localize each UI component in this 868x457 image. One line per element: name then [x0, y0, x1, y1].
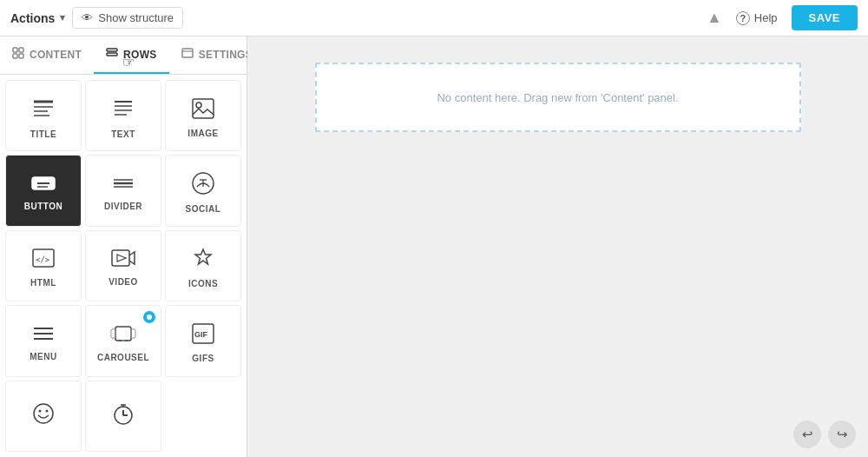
svg-rect-2 — [13, 54, 17, 58]
tab-rows-label: ROWS — [123, 49, 157, 61]
item-video-label: VIDEO — [108, 277, 138, 287]
svg-point-44 — [46, 409, 49, 412]
item-carousel[interactable]: CAROUSEL — [85, 305, 161, 376]
question-icon: ? — [736, 11, 750, 25]
item-divider[interactable]: DIVIDER — [85, 155, 161, 226]
svg-rect-5 — [107, 53, 117, 56]
structure-label: Show structure — [98, 11, 174, 24]
main-layout: CONTENT ROWS SETTINGS — [0, 36, 868, 457]
item-title-label: TITLE — [30, 129, 56, 139]
text-icon — [111, 96, 135, 124]
item-image[interactable]: IMAGE — [165, 80, 241, 151]
item-icons[interactable]: ICONS — [165, 230, 241, 301]
item-text-label: TEXT — [111, 129, 135, 139]
svg-point-17 — [196, 103, 201, 108]
canvas-frame: No content here. Drag new from 'Content'… — [315, 63, 801, 132]
item-button-label: BUTTON — [24, 202, 62, 211]
svg-rect-1 — [19, 48, 23, 52]
topbar: Actions ▾ 👁 Show structure ▲ ? Help SAVE — [0, 0, 868, 36]
actions-label: Actions — [10, 11, 55, 25]
svg-rect-6 — [182, 49, 193, 57]
tab-settings-label: SETTINGS — [199, 49, 253, 61]
item-image-label: IMAGE — [187, 129, 218, 138]
divider-icon — [110, 174, 136, 196]
svg-point-38 — [122, 340, 124, 341]
gifs-icon: GIF — [191, 322, 215, 348]
svg-rect-16 — [193, 99, 214, 118]
item-video[interactable]: VIDEO — [85, 230, 161, 301]
content-items-grid: TITLE TEXT — [0, 75, 247, 457]
tab-content[interactable]: CONTENT — [0, 36, 94, 74]
svg-text:GIF: GIF — [194, 330, 208, 339]
item-gifs-label: GIFS — [192, 354, 214, 363]
undo-button[interactable]: ↩ — [793, 421, 821, 448]
item-divider-label: DIVIDER — [104, 202, 142, 211]
svg-point-39 — [126, 340, 128, 341]
item-title[interactable]: TITLE — [5, 80, 82, 151]
svg-rect-4 — [107, 49, 117, 51]
topbar-right: ▲ ? Help SAVE — [707, 5, 858, 30]
item-menu[interactable]: MENU — [5, 305, 82, 376]
button-icon — [30, 174, 56, 196]
canvas-area: No content here. Drag new from 'Content'… — [247, 36, 868, 457]
item-carousel-label: CAROUSEL — [97, 353, 149, 362]
actions-menu[interactable]: Actions ▾ — [10, 11, 65, 25]
item-icons-label: ICONS — [188, 279, 218, 288]
tab-rows[interactable]: ROWS — [94, 36, 169, 74]
item-sticker[interactable] — [5, 381, 82, 452]
svg-point-37 — [119, 340, 121, 341]
panel-tabs: CONTENT ROWS SETTINGS — [0, 36, 247, 75]
menu-icon — [31, 324, 56, 347]
item-social[interactable]: SOCIAL — [165, 155, 241, 226]
icons-icon — [191, 246, 215, 274]
svg-point-42 — [34, 404, 53, 423]
rows-icon — [106, 47, 118, 62]
settings-icon — [181, 47, 194, 62]
item-social-label: SOCIAL — [186, 204, 221, 214]
redo-button[interactable]: ↪ — [828, 421, 856, 448]
svg-rect-3 — [19, 54, 23, 58]
upload-icon[interactable]: ▲ — [707, 9, 722, 27]
item-text[interactable]: TEXT — [85, 80, 161, 151]
title-icon — [30, 96, 56, 124]
item-html[interactable]: </> HTML — [5, 230, 82, 301]
svg-rect-0 — [13, 48, 17, 52]
sticker-icon — [31, 401, 56, 429]
help-button[interactable]: ? Help — [736, 11, 778, 25]
svg-text:</>: </> — [36, 255, 50, 264]
timer-icon — [112, 401, 135, 429]
item-gifs[interactable]: GIF GIFS — [165, 305, 241, 376]
svg-point-43 — [39, 409, 42, 412]
carousel-icon — [110, 323, 136, 348]
item-timer[interactable] — [85, 381, 161, 452]
item-menu-label: MENU — [30, 352, 56, 361]
eye-icon: 👁 — [82, 11, 93, 24]
show-structure-button[interactable]: 👁 Show structure — [72, 7, 183, 29]
html-icon: </> — [31, 247, 56, 273]
item-html-label: HTML — [30, 278, 56, 288]
save-button[interactable]: SAVE — [792, 5, 858, 30]
bottom-right-controls: ↩ ↪ — [793, 421, 856, 448]
image-icon — [191, 97, 215, 123]
canvas-placeholder: No content here. Drag new from 'Content'… — [437, 91, 678, 104]
tab-content-label: CONTENT — [30, 49, 82, 61]
item-button[interactable]: BUTTON — [5, 155, 82, 226]
social-icon — [191, 171, 215, 199]
new-badge — [143, 311, 155, 323]
svg-rect-34 — [115, 327, 131, 341]
grid-icon — [12, 47, 24, 62]
help-label: Help — [754, 11, 778, 24]
chevron-down-icon: ▾ — [60, 12, 65, 23]
video-icon — [110, 248, 136, 272]
left-panel: CONTENT ROWS SETTINGS — [0, 36, 247, 457]
svg-marker-30 — [117, 255, 126, 262]
topbar-left: Actions ▾ 👁 Show structure — [10, 7, 183, 29]
